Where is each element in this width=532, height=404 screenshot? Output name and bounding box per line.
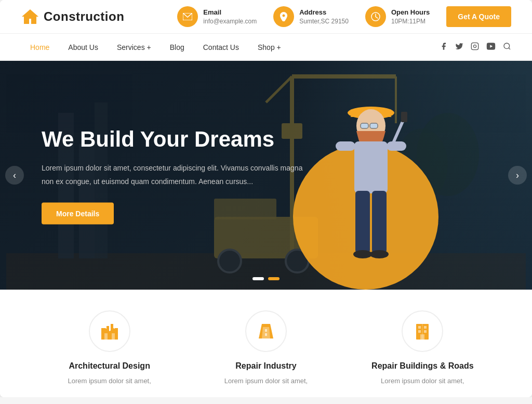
svg-rect-49 [418, 330, 421, 333]
nav-item-home[interactable]: Home [21, 35, 59, 60]
hours-value: 10PM:11PM [391, 18, 425, 25]
service-desc-3: Lorem ipsum dolor sit amet, [355, 376, 490, 387]
logo[interactable]: Construction [21, 7, 124, 26]
instagram-link[interactable] [471, 42, 479, 52]
hours-icon-circle [365, 6, 386, 27]
header-info: Email info@example.com Address Sumter,SC… [177, 6, 511, 27]
service-card-1: Architectural Design Lorem ipsum dolor s… [31, 310, 188, 387]
nav-links: Home About Us Services + Blog Contact Us… [21, 35, 290, 60]
slider-prev-button[interactable]: ‹ [5, 166, 24, 185]
youtube-link[interactable] [486, 43, 496, 51]
service-card-3: Repair Buildings & Roads Lorem ipsum dol… [344, 310, 501, 387]
slider-dots [252, 277, 280, 280]
hours-label: Open Hours [391, 8, 430, 16]
address-label: Address [299, 8, 349, 16]
svg-rect-50 [424, 330, 427, 333]
nav-item-shop[interactable]: Shop + [248, 35, 290, 60]
svg-point-17 [218, 250, 241, 272]
hero-section: We Build Your Dreams Lorem ipsum dolor s… [0, 61, 532, 290]
svg-rect-34 [101, 331, 118, 340]
email-label: Email [203, 8, 257, 16]
nav-social [440, 42, 511, 52]
search-icon [503, 42, 511, 50]
nav-link-about[interactable]: About Us [59, 35, 108, 60]
slider-next-button[interactable]: › [508, 166, 527, 185]
svg-rect-45 [265, 333, 267, 336]
svg-marker-0 [22, 9, 38, 24]
facebook-link[interactable] [440, 42, 448, 52]
svg-rect-39 [112, 333, 115, 340]
nav-link-shop[interactable]: Shop + [248, 35, 290, 60]
svg-rect-31 [372, 191, 387, 253]
page-wrapper: Construction Email info@example.com [0, 0, 532, 397]
nav-item-contact[interactable]: Contact Us [194, 35, 248, 60]
address-icon-circle [273, 6, 294, 27]
road-icon [257, 322, 275, 341]
service-title-3: Repair Buildings & Roads [355, 361, 490, 371]
service-title-2: Repair Industry [198, 361, 334, 371]
nav-item-blog[interactable]: Blog [161, 35, 194, 60]
svg-line-6 [509, 48, 510, 49]
youtube-icon [486, 43, 496, 50]
svg-point-32 [353, 250, 372, 258]
instagram-icon [471, 42, 479, 50]
nav-link-services[interactable]: Services + [108, 35, 161, 60]
clock-icon [371, 12, 380, 21]
svg-rect-7 [6, 253, 526, 290]
nav-item-services[interactable]: Services + [108, 35, 161, 60]
slider-dot-1[interactable] [252, 277, 264, 280]
svg-rect-41 [111, 324, 113, 331]
hero-content: We Build Your Dreams Lorem ipsum dolor s… [42, 126, 312, 225]
svg-rect-44 [265, 329, 267, 332]
location-icon [280, 12, 287, 21]
svg-rect-25 [370, 123, 378, 128]
nav-link-contact[interactable]: Contact Us [194, 35, 248, 60]
email-value: info@example.com [203, 18, 257, 25]
svg-rect-47 [418, 326, 421, 329]
hero-title: We Build Your Dreams [42, 126, 312, 152]
svg-point-5 [504, 43, 510, 49]
twitter-link[interactable] [455, 42, 463, 52]
facebook-icon [440, 42, 448, 50]
svg-rect-3 [471, 43, 478, 49]
email-text: Email info@example.com [203, 8, 257, 25]
nav-link-blog[interactable]: Blog [161, 35, 194, 60]
svg-rect-30 [355, 191, 370, 253]
svg-point-33 [370, 250, 389, 258]
svg-rect-28 [387, 141, 406, 151]
twitter-icon [455, 42, 463, 50]
construction-worker [314, 82, 428, 290]
slider-dot-2[interactable] [268, 277, 280, 280]
service-desc-2: Lorem ipsum dolor sit amet, [198, 376, 334, 387]
svg-rect-26 [354, 141, 388, 193]
address-info: Address Sumter,SC 29150 [273, 6, 349, 27]
house-icon [21, 7, 39, 26]
svg-rect-48 [424, 326, 427, 329]
service-card-2: Repair Industry Lorem ipsum dolor sit am… [188, 310, 344, 387]
svg-rect-29 [401, 112, 407, 122]
svg-line-13 [266, 76, 292, 102]
email-icon [183, 13, 192, 20]
services-section: Architectural Design Lorem ipsum dolor s… [0, 290, 532, 397]
logo-text: Construction [44, 9, 124, 24]
nav-item-about[interactable]: About Us [59, 35, 108, 60]
service-icon-circle-1 [89, 310, 130, 352]
factory-icon [100, 322, 119, 341]
hero-description: Lorem ipsum dolor sit amet, consectetur … [42, 162, 312, 188]
search-link[interactable] [503, 42, 511, 52]
top-header: Construction Email info@example.com [0, 0, 532, 34]
svg-rect-24 [361, 123, 368, 128]
svg-marker-43 [262, 327, 270, 338]
email-info: Email info@example.com [177, 6, 257, 27]
service-icon-circle-2 [245, 310, 287, 352]
service-title-1: Architectural Design [42, 361, 177, 371]
more-details-button[interactable]: More Details [42, 202, 114, 224]
hours-info: Open Hours 10PM:11PM [365, 6, 430, 27]
get-quote-button[interactable]: Get A Quote [446, 6, 511, 27]
svg-rect-38 [104, 333, 108, 340]
address-text: Address Sumter,SC 29150 [299, 8, 349, 25]
svg-rect-27 [336, 141, 355, 151]
nav-link-home[interactable]: Home [21, 35, 59, 60]
svg-rect-40 [107, 326, 109, 331]
address-value: Sumter,SC 29150 [299, 18, 349, 25]
